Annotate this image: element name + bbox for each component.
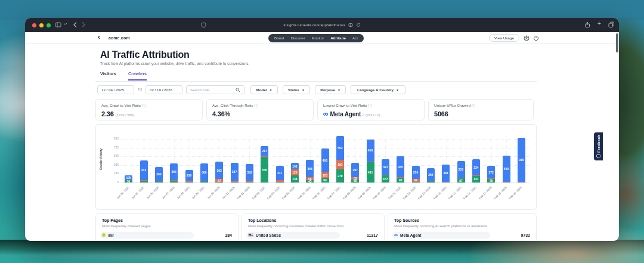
purpose-filter-dropdown[interactable]: Purpose▼ <box>315 85 346 94</box>
caret-down-icon: ▼ <box>396 88 399 92</box>
bar-segment-series-green <box>427 181 435 182</box>
card-title: Top Sources <box>394 218 530 222</box>
bar-segment-series-orange: 57 <box>215 179 223 182</box>
stat-sub: 0 (9732 / 0) <box>363 113 380 117</box>
privacy-badge-icon[interactable] <box>348 23 353 27</box>
nav-item-discover[interactable]: Discover <box>291 36 305 40</box>
bar-segment-series-orange <box>200 181 208 181</box>
bar-segment-series-orange <box>140 180 148 181</box>
row-value: 184 <box>225 233 232 237</box>
bar-value-label: 536 <box>258 168 271 171</box>
feedback-tab[interactable]: Feedback <box>594 132 603 160</box>
nav-item-monitor[interactable]: Monitor <box>312 36 324 40</box>
bar-segment-series-green <box>231 182 239 182</box>
new-tab-icon[interactable]: + <box>597 21 601 27</box>
bar-segment-series-blue: 916 <box>518 138 525 181</box>
bar-segment-series-blue: 217 <box>261 146 268 156</box>
nav-item-act[interactable]: Act <box>352 36 358 40</box>
bar-value-label: 148 <box>289 178 301 181</box>
bar-value-label: 217 <box>258 150 271 153</box>
bar-segment-series-blue: 276 <box>412 166 420 179</box>
bar-value-label: 45 <box>304 180 316 183</box>
scrollbar-thumb[interactable] <box>616 33 618 52</box>
tab-visitors[interactable]: Visitors <box>100 71 116 81</box>
logout-power-icon[interactable] <box>533 35 539 41</box>
bar-segment-series-green: 141 <box>472 176 480 182</box>
bar-segment-series-green: 45 <box>306 180 314 182</box>
caret-down-icon: ▼ <box>302 88 305 92</box>
model-filter-dropdown[interactable]: Model▼ <box>250 85 278 94</box>
feedback-label: Feedback <box>597 135 600 153</box>
bar-segment-series-orange: 192 <box>336 160 344 169</box>
address-bar[interactable]: insights.lumentir.com/app/attribution <box>283 23 345 27</box>
bar-value-label: 142 <box>289 165 301 168</box>
bar-segment-series-green: 431 <box>367 162 374 182</box>
bar-segment-series-orange: 53 <box>351 177 359 180</box>
tab-crawlers[interactable]: Crawlers <box>128 71 147 81</box>
bar-segment-series-green <box>185 182 193 182</box>
list-item[interactable]: ∞ Meta Agent 9732 <box>394 232 530 239</box>
card-title: Top Locations <box>248 218 378 222</box>
bar-value-label: 361 <box>439 172 452 175</box>
desktop-wallpaper: insights.lumentir.com/app/attribution + … <box>0 0 644 263</box>
bar-value-label: 352 <box>243 171 256 174</box>
reload-icon[interactable] <box>356 23 361 27</box>
nav-item-brand[interactable]: Brand <box>274 36 284 40</box>
tab-overview-icon[interactable] <box>608 21 615 28</box>
info-icon[interactable]: ⓘ <box>368 104 371 107</box>
bar-segment-series-blue: 456 <box>367 140 374 161</box>
date-from-input[interactable]: 12 / 04 / 2025 <box>97 85 134 94</box>
bar-value-label: 57 <box>213 179 225 182</box>
row-label[interactable]: /nl/ <box>108 233 114 237</box>
wallpaper-shore-band <box>0 240 644 255</box>
row-label[interactable]: United States <box>256 233 281 237</box>
wallpaper-foam <box>24 247 394 263</box>
card-desc: Most frequently occurring countries craw… <box>248 224 378 228</box>
account-icon[interactable] <box>524 35 530 41</box>
info-icon[interactable]: ⓘ <box>472 104 475 107</box>
list-item[interactable]: /nl/ 184 <box>102 232 232 239</box>
bar-segment-series-orange <box>472 175 480 176</box>
bar-value-label: 141 <box>470 178 482 181</box>
bar-segment-series-green <box>170 181 178 182</box>
nav-item-attribute[interactable]: Attribute <box>330 36 346 40</box>
us-flag-icon <box>248 233 253 237</box>
bar-segment-series-orange <box>382 175 389 175</box>
search-url-input[interactable]: Search URL <box>186 85 244 94</box>
y-axis-tick: 549 <box>104 154 119 157</box>
bar-segment-series-blue: 358 <box>306 160 314 177</box>
browser-window: insights.lumentir.com/app/attribution + … <box>25 18 619 241</box>
bar-value-label: 353 <box>455 168 467 171</box>
caret-down-icon: ▼ <box>338 88 340 92</box>
view-usage-button[interactable]: View Usage <box>489 34 519 42</box>
bar-value-label: 236 <box>183 174 196 177</box>
info-icon[interactable]: ⓘ <box>142 104 145 107</box>
date-to-input[interactable]: 02 / 19 / 2026 <box>145 85 182 94</box>
stat-label: Avg. Crawl to Visit Ratio <box>101 103 141 107</box>
status-filter-dropdown[interactable]: Status▼ <box>283 85 310 94</box>
model-filter-label: Model <box>256 88 267 92</box>
row-label[interactable]: Meta Agent <box>400 233 421 237</box>
bar-segment-series-orange <box>367 162 374 162</box>
bar-value-label: 68 <box>304 177 316 180</box>
search-icon[interactable] <box>236 88 240 92</box>
top-locations-card: Top Locations Most frequently occurring … <box>242 214 385 241</box>
bar-value-label: 358 <box>304 167 316 170</box>
bar-segment-series-orange <box>231 181 239 182</box>
back-chevron-icon[interactable]: ‹ <box>98 33 100 41</box>
bar-value-label: 192 <box>334 163 346 166</box>
bar-value-label: 297 <box>349 168 361 171</box>
share-icon[interactable] <box>584 21 590 28</box>
bar-segment-series-orange <box>155 181 163 181</box>
stat-label: Avg. Click-Through Ratio <box>212 103 253 107</box>
y-axis-tick: 732 <box>104 146 119 149</box>
row-value: 11317 <box>367 233 378 237</box>
language-country-filter-dropdown[interactable]: Language & Country▼ <box>351 85 405 94</box>
bar-value-label: 265 <box>425 173 437 176</box>
bar-segment-series-orange <box>246 181 253 182</box>
bar-value-label: 279 <box>334 174 346 177</box>
stat-label: Lowest Crawl to Visit Ratio <box>323 103 367 107</box>
bar-segment-series-green: 536 <box>261 157 268 182</box>
list-item[interactable]: United States 11317 <box>248 232 378 239</box>
info-icon[interactable]: ⓘ <box>254 104 258 107</box>
